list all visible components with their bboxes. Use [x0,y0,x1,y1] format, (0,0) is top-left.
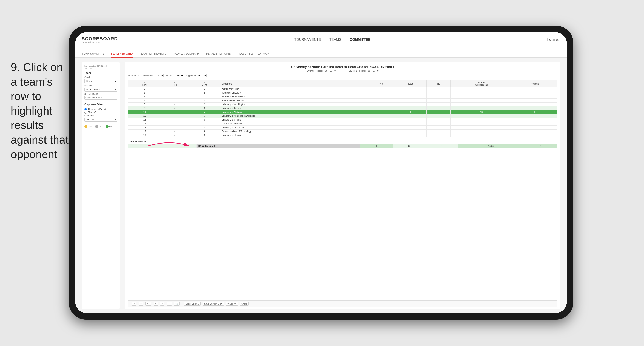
cell-rank: 6 [128,99,161,102]
table-scroll-area[interactable]: #Rank #Reg #Conf Opponent Win Loss Tie D… [128,80,557,300]
cell-win [368,118,395,122]
cell-win: 3 [368,110,395,114]
ood-reg [151,144,174,148]
tab-player-summary[interactable]: PLAYER SUMMARY [174,52,200,58]
table-row[interactable]: 2-1Auburn University [128,87,557,91]
cell-conf: 3 [189,133,220,137]
cell-diff [450,130,513,133]
table-row[interactable]: 11-6University of Arkansas, Fayetteville [128,114,557,118]
cell-diff [450,118,513,122]
radio-top100-input[interactable] [84,111,87,114]
level-label: Level [99,125,104,128]
cell-win [368,99,395,102]
table-row[interactable]: 4-1Arizona State University [128,95,557,99]
table-row[interactable]: 12-3University of Virginia [128,118,557,122]
division-record-label: Division Record: [348,69,366,72]
cell-rank: 11 [128,114,161,118]
radio-opponents-played[interactable]: Opponents Played [84,108,118,110]
cell-rounds [513,95,557,99]
conference-filter-select[interactable]: (All) [154,74,164,77]
school-input[interactable] [84,96,118,99]
tab-team-summary[interactable]: TEAM SUMMARY [82,52,104,58]
redo-button[interactable]: ↪ [138,302,143,306]
cell-rank: 3 [128,91,161,95]
cell-name: University of Alabama [220,110,368,114]
overall-record: Overall Record: 89 - 17 - 0 [306,69,336,72]
opponents-filter-label: Opponents: [128,74,139,77]
plus-button[interactable]: + [160,302,164,306]
cell-rounds [513,126,557,130]
table-row[interactable]: 6-2Florida State University [128,99,557,102]
radio-opponents-label: Opponents Played [88,108,106,110]
table-row[interactable]: 15-4Georgia Institute of Technology [128,130,557,133]
cell-tie [427,130,450,133]
region-filter-select[interactable]: (All) [174,74,184,77]
cell-rounds [513,106,557,110]
out-of-division-row[interactable]: NCAA Division II 1 0 0 26.00 3 [128,144,557,148]
table-row[interactable]: 3-2Vanderbilt University [128,91,557,95]
undo-button[interactable]: ↩ [132,302,136,306]
cell-reg: - [161,122,188,126]
back-button[interactable]: ⟵ [146,302,152,306]
cell-reg: - [161,102,188,106]
colour-by-select[interactable]: Win/loss [84,118,118,122]
sign-out-button[interactable]: | Sign out [547,38,560,41]
colour-by-label: Colour by [84,115,118,117]
data-table: #Rank #Reg #Conf Opponent Win Loss Tie D… [128,80,557,137]
col-win: Win [368,80,395,87]
division-label: Division [84,84,118,87]
table-row[interactable]: 9-3University of Arizona [128,106,557,110]
save-custom-view-button[interactable]: Save Custom View [203,302,224,306]
clock-button[interactable]: 🕐 [174,302,180,306]
cell-loss [395,102,427,106]
bottom-toolbar: ↩ ↪ ⟵ ⧖ + — 🕐 | View: Original Save Cust… [128,300,557,307]
gender-select[interactable]: Men's [84,79,118,83]
cell-win [368,122,395,126]
view-button[interactable]: View: Original [184,302,200,306]
step-number: 9. [11,61,20,73]
nav-committee[interactable]: COMMITTEE [350,38,370,42]
table-row[interactable]: 14-2University of Oklahoma [128,126,557,130]
top-nav: SCOREBOARD Powered by clippi TOURNAMENTS… [75,32,567,47]
opponent-view-title: Opponent View [84,103,118,106]
table-row[interactable]: 8-2University of Washington [128,102,557,106]
radio-opponents-played-input[interactable] [84,108,87,110]
brand-area: SCOREBOARD Powered by clippi [82,36,118,43]
opponent-filter-select[interactable]: (All) [197,74,206,77]
tab-player-h2h-heatmap[interactable]: PLAYER H2H HEATMAP [238,52,269,58]
tablet-screen: SCOREBOARD Powered by clippi TOURNAMENTS… [75,32,567,313]
table-row[interactable]: 13-1Texas Tech University [128,122,557,126]
cell-rank: 16 [128,133,161,137]
cell-name: University of Virginia [220,118,368,122]
up-label: Up [109,125,112,128]
cell-name: Arizona State University [220,95,368,99]
cell-diff [450,133,513,137]
radio-top100[interactable]: Top 100 [84,111,118,114]
nav-tournaments[interactable]: TOURNAMENTS [294,38,321,42]
cell-rounds [513,102,557,106]
last-updated: Last Updated: 27/03/2024 16:55:38 [84,65,118,69]
tab-player-h2h-grid[interactable]: PLAYER H2H GRID [206,52,231,58]
left-panel: Last Updated: 27/03/2024 16:55:38 Team G… [82,62,120,309]
share-button[interactable]: Share [240,302,249,306]
tab-team-h2h-grid[interactable]: TEAM H2H GRID [111,52,133,58]
tab-team-h2h-heatmap[interactable]: TEAM H2H HEATMAP [139,52,168,58]
down-dot [84,125,88,128]
table-row[interactable]: 10-5University of Alabama3002.618 [128,110,557,114]
cell-diff [450,102,513,106]
cell-loss [395,133,427,137]
cell-diff [450,91,513,95]
cell-diff: 2.61 [450,110,513,114]
cell-name: University of Oklahoma [220,126,368,130]
separator-btn[interactable]: — [167,302,172,306]
cell-rounds [513,133,557,137]
watch-button[interactable]: Watch ▼ [226,302,238,306]
table-row[interactable]: 16-3University of Florida [128,133,557,137]
overall-record-label: Overall Record: [306,69,323,72]
division-select[interactable]: NCAA Division I [84,87,118,92]
nav-teams[interactable]: TEAMS [330,38,341,42]
cell-loss [395,95,427,99]
cell-name: Auburn University [220,87,368,91]
cell-win [368,95,395,99]
filter-button[interactable]: ⧖ [154,302,158,306]
